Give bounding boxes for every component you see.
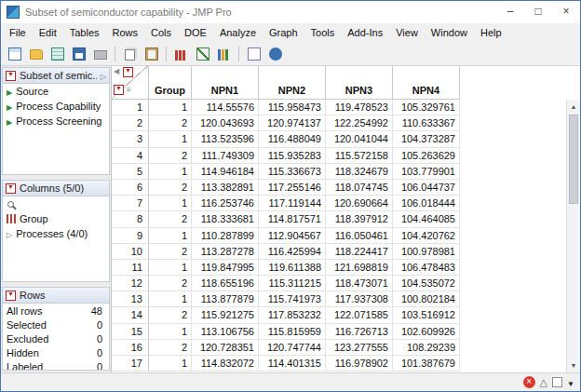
table-cell[interactable]: 2 — [149, 340, 192, 356]
menu-item-cols[interactable]: Cols — [144, 23, 178, 42]
import-icon[interactable] — [47, 44, 67, 63]
row-number[interactable]: 7 — [112, 196, 149, 211]
table-cell[interactable]: 111.749309 — [192, 148, 259, 164]
column-item-processes-4-0[interactable]: Processes (4/0) — [3, 226, 109, 241]
table-cell[interactable]: 120.728351 — [192, 340, 259, 356]
red-triangle-menu-icon[interactable] — [6, 291, 16, 301]
table-cell[interactable]: 104.373287 — [393, 131, 460, 147]
table-cell[interactable]: 1 — [149, 260, 192, 276]
table-cell[interactable]: 113.382891 — [192, 180, 259, 196]
column-item-group[interactable]: Group — [3, 211, 109, 226]
save-icon[interactable] — [69, 44, 88, 63]
table-cell[interactable]: 1 — [149, 324, 192, 340]
table-cell[interactable]: 108.29239 — [393, 340, 460, 356]
red-triangle-menu-icon[interactable] — [6, 183, 16, 194]
table-cell[interactable]: 101.387679 — [393, 356, 460, 372]
column-header-npn3[interactable]: NPN3 — [326, 66, 393, 100]
table-cell[interactable]: 105.263629 — [393, 148, 460, 164]
vertical-scrollbar[interactable]: ▲ ▼ — [566, 100, 580, 372]
table-cell[interactable]: 1 — [149, 291, 192, 307]
table-cell[interactable]: 113.523596 — [192, 131, 259, 147]
menu-item-add-ins[interactable]: Add-Ins — [341, 23, 389, 42]
table-cell[interactable]: 121.698819 — [326, 260, 393, 276]
table-cell[interactable]: 1 — [149, 100, 192, 115]
table-cell[interactable]: 2 — [149, 244, 192, 260]
fit-y-by-x-icon[interactable] — [193, 44, 212, 63]
menu-item-window[interactable]: Window — [425, 23, 474, 42]
table-cell[interactable]: 113.106756 — [192, 324, 259, 340]
table-cell[interactable]: 118.333681 — [192, 211, 259, 227]
menu-item-doe[interactable]: DOE — [178, 23, 213, 42]
distribution-icon[interactable] — [171, 44, 191, 63]
table-cell[interactable]: 115.935283 — [259, 148, 326, 164]
table-cell[interactable]: 110.633367 — [393, 115, 460, 131]
table-cell[interactable]: 117.119144 — [259, 196, 326, 211]
table-cell[interactable]: 116.488049 — [259, 131, 326, 147]
table-cell[interactable]: 114.946184 — [192, 164, 259, 180]
row-number[interactable]: 1 — [112, 100, 149, 115]
scrollbar-thumb[interactable] — [569, 115, 578, 204]
row-number[interactable]: 3 — [112, 131, 149, 147]
table-cell[interactable]: 113.877879 — [192, 291, 259, 307]
table-cell[interactable]: 117.937308 — [326, 291, 393, 307]
row-number[interactable]: 11 — [112, 260, 149, 276]
table-cell[interactable]: 118.324679 — [326, 164, 393, 180]
columns-search-box[interactable] — [3, 196, 109, 211]
open-icon[interactable] — [26, 44, 46, 63]
table-cell[interactable]: 123.277555 — [326, 340, 393, 356]
column-header-npn2[interactable]: NPN2 — [259, 66, 326, 100]
row-number[interactable]: 12 — [112, 276, 149, 291]
table-cell[interactable]: 2 — [149, 211, 192, 227]
table-cell[interactable]: 116.425994 — [259, 244, 326, 260]
row-number[interactable]: 4 — [112, 148, 149, 164]
maximize-button[interactable]: □ — [524, 1, 552, 23]
row-number[interactable]: 13 — [112, 291, 149, 307]
row-number[interactable]: 15 — [112, 324, 149, 340]
checkbox-status-icon[interactable] — [552, 377, 562, 387]
table-cell[interactable]: 115.572158 — [326, 148, 393, 164]
sidebar-item-source[interactable]: Source — [3, 84, 109, 99]
table-cell[interactable]: 114.817571 — [259, 211, 326, 227]
menu-item-edit[interactable]: Edit — [33, 23, 63, 42]
columns-panel-header[interactable]: Columns (5/0) — [3, 181, 109, 196]
table-cell[interactable]: 120.747744 — [259, 340, 326, 356]
table-cell[interactable]: 118.224417 — [326, 244, 393, 260]
menu-item-rows[interactable]: Rows — [106, 23, 145, 42]
table-cell[interactable]: 118.473071 — [326, 276, 393, 291]
table-cell[interactable]: 122.071585 — [326, 307, 393, 323]
table-cell[interactable]: 117.853232 — [259, 307, 326, 323]
table-cell[interactable]: 116.050461 — [326, 228, 393, 244]
table-cell[interactable]: 103.516912 — [393, 307, 460, 323]
table-cell[interactable]: 1 — [149, 228, 192, 244]
table-cell[interactable]: 103.779901 — [393, 164, 460, 180]
column-header-group[interactable]: Group — [149, 66, 192, 100]
table-cell[interactable]: 120.690664 — [326, 196, 393, 211]
table-cell[interactable]: 120.043693 — [192, 115, 259, 131]
table-cell[interactable]: 102.609926 — [393, 324, 460, 340]
red-triangle-menu-icon[interactable] — [6, 71, 16, 81]
table-cell[interactable]: 104.464085 — [393, 211, 460, 227]
columns-menu-icon[interactable] — [123, 67, 133, 77]
paste-icon[interactable] — [142, 44, 161, 63]
row-number[interactable]: 5 — [112, 164, 149, 180]
panel-collapse-icon[interactable] — [101, 70, 106, 81]
table-cell[interactable]: 114.401315 — [259, 356, 326, 372]
table-cell[interactable]: 115.958473 — [259, 100, 326, 115]
table-cell[interactable]: 2 — [149, 115, 192, 131]
table-panel-header[interactable]: Subset of semic... — [3, 68, 109, 84]
row-number[interactable]: 14 — [112, 307, 149, 323]
row-number[interactable]: 9 — [112, 228, 149, 244]
status-dropdown-icon[interactable] — [567, 377, 574, 388]
table-cell[interactable]: 105.329761 — [393, 100, 460, 115]
table-cell[interactable]: 104.535072 — [393, 276, 460, 291]
table-cell[interactable]: 115.336673 — [259, 164, 326, 180]
sidebar-item-process-screening[interactable]: Process Screening — [3, 114, 109, 128]
menu-item-graph[interactable]: Graph — [263, 23, 304, 42]
sidebar-item-process-capability[interactable]: Process Capability — [3, 99, 109, 114]
table-cell[interactable]: 100.978981 — [393, 244, 460, 260]
row-number[interactable]: 2 — [112, 115, 149, 131]
scroll-down-icon[interactable]: ▼ — [567, 358, 580, 372]
rows-panel-header[interactable]: Rows — [3, 288, 109, 304]
scroll-up-icon[interactable]: ▲ — [567, 100, 580, 114]
table-cell[interactable]: 120.974137 — [259, 115, 326, 131]
